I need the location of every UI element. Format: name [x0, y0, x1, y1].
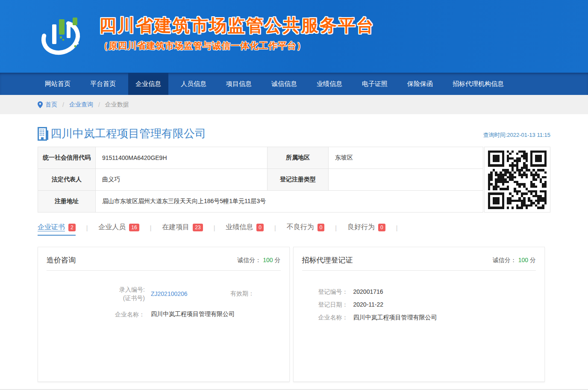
nav-item-platform-home[interactable]: 平台首页 [83, 73, 123, 95]
table-label-cell: 注册地址 [38, 191, 96, 213]
credit-score: 诚信分：100分 [237, 257, 280, 264]
tab-separator: | [86, 225, 88, 234]
tab-good-behavior[interactable]: 良好行为 0 [347, 223, 385, 236]
tab-count-badge: 0 [378, 224, 385, 231]
site-header: 四川省建筑市场监管公共服务平台 （原四川省建筑市场监管与诚信一体化工作平台） [0, 0, 588, 73]
tab-enterprise-certificates[interactable]: 企业证书 2 [38, 223, 76, 236]
tab-bar: 企业证书 2 | 企业人员 16 | 在建项目 23 | 业绩信息 0 | 不良… [38, 223, 550, 236]
company-name-value: 四川中岚工程项目管理有限公司 [151, 310, 235, 318]
tab-count-badge: 16 [129, 224, 139, 231]
company-name-heading: 四川中岚工程项目管理有限公司 [38, 126, 206, 141]
registration-no-label: 登记编号： [318, 285, 353, 298]
table-value-cell: 东坡区 [329, 147, 483, 169]
qr-code-box [484, 147, 550, 213]
tab-separator: | [274, 225, 276, 234]
nav-item-e-certificate[interactable]: 电子证照 [355, 73, 395, 95]
nav-item-bidding-agency-info[interactable]: 招标代理机构信息 [445, 73, 511, 95]
nav-item-website-home[interactable]: 网站首页 [38, 73, 78, 95]
card-title: 造价咨询 [47, 255, 76, 265]
table-label-cell: 法定代表人 [38, 169, 96, 191]
table-label-cell: 统一社会信用代码 [38, 147, 96, 169]
record-no-label: 录入编号: (证书号) [64, 285, 145, 302]
validity-field: 有效期： [230, 290, 257, 298]
breadcrumb-enterprise-search-link[interactable]: 企业查询 [69, 101, 93, 109]
tab-separator: | [396, 225, 398, 234]
company-name: 四川中岚工程项目管理有限公司 [50, 126, 206, 141]
location-pin-icon [38, 101, 43, 108]
tab-count-badge: 0 [318, 224, 325, 231]
credit-score: 诚信分：100分 [493, 257, 536, 264]
registration-no-link[interactable]: 202001716 [353, 285, 383, 298]
table-value-cell [329, 169, 483, 191]
company-name-label: 企业名称： [64, 310, 145, 319]
query-time: 查询时间:2022-01-13 11:15 [483, 131, 550, 141]
card-title: 招标代理登记证 [302, 255, 353, 265]
breadcrumb-home-link[interactable]: 首页 [45, 101, 57, 109]
main-nav: 网站首页 平台首页 企业信息 人员信息 项目信息 诚信信息 业绩信息 电子证照 … [0, 73, 588, 95]
tab-separator: | [150, 225, 152, 234]
nav-item-personnel-info[interactable]: 人员信息 [173, 73, 214, 95]
platform-logo[interactable] [38, 14, 85, 59]
main-content: 四川中岚工程项目管理有限公司 查询时间:2022-01-13 11:15 统一社… [38, 126, 550, 382]
tab-count-badge: 0 [256, 224, 264, 231]
breadcrumb-separator: / [62, 101, 64, 108]
tab-enterprise-personnel[interactable]: 企业人员 16 [98, 223, 139, 236]
tab-projects-under-construction[interactable]: 在建项目 23 [162, 223, 203, 236]
table-value-cell: 曲义巧 [96, 169, 268, 191]
record-no-link[interactable]: ZJ202100206 [151, 290, 215, 297]
cost-consulting-card: 造价咨询 诚信分：100分 录入编号: (证书号) ZJ202100206 有效… [38, 247, 290, 382]
table-label-cell: 登记注册类型 [268, 169, 329, 191]
site-title: 四川省建筑市场监管公共服务平台 [99, 14, 375, 37]
table-value-cell: 眉山市东坡区眉州大道东三段天天向上186号5幢1单元11层3号 [96, 191, 483, 213]
qr-code [488, 151, 547, 209]
tab-separator: | [335, 225, 337, 234]
company-name-label: 企业名称： [318, 311, 353, 324]
breadcrumb-current-page: 企业数据 [105, 101, 129, 109]
breadcrumb-separator: / [98, 101, 100, 108]
tab-separator: | [214, 225, 215, 234]
nav-item-project-info[interactable]: 项目信息 [219, 73, 259, 95]
tab-bad-behavior[interactable]: 不良行为 0 [287, 223, 325, 236]
bidding-agency-registration-card: 招标代理登记证 诚信分：100分 登记编号： 202001716 登记日期： 2… [293, 247, 545, 382]
breadcrumb: 首页 / 企业查询 / 企业数据 [0, 95, 588, 114]
company-name-value: 四川中岚工程项目管理有限公司 [353, 311, 437, 324]
tab-count-badge: 23 [193, 224, 203, 231]
registration-date-label: 登记日期： [318, 298, 353, 311]
site-subtitle: （原四川省建筑市场监管与诚信一体化工作平台） [99, 40, 375, 52]
tab-performance-info[interactable]: 业绩信息 0 [226, 223, 264, 236]
table-label-cell: 所属地区 [268, 147, 329, 169]
building-icon [38, 127, 49, 141]
nav-item-insurance-guarantee[interactable]: 保险保函 [400, 73, 440, 95]
company-info-table: 统一社会信用代码 91511400MA6420GE9H 所属地区 东坡区 法定代… [38, 147, 483, 213]
tab-count-badge: 2 [68, 224, 76, 231]
nav-item-performance-info[interactable]: 业绩信息 [309, 73, 350, 95]
nav-item-enterprise-info[interactable]: 企业信息 [128, 73, 168, 95]
registration-date-value: 2020-11-22 [353, 298, 384, 311]
platform-logo-icon [38, 14, 85, 59]
table-value-cell: 91511400MA6420GE9H [96, 147, 268, 169]
nav-item-credit-info[interactable]: 诚信信息 [264, 73, 304, 95]
